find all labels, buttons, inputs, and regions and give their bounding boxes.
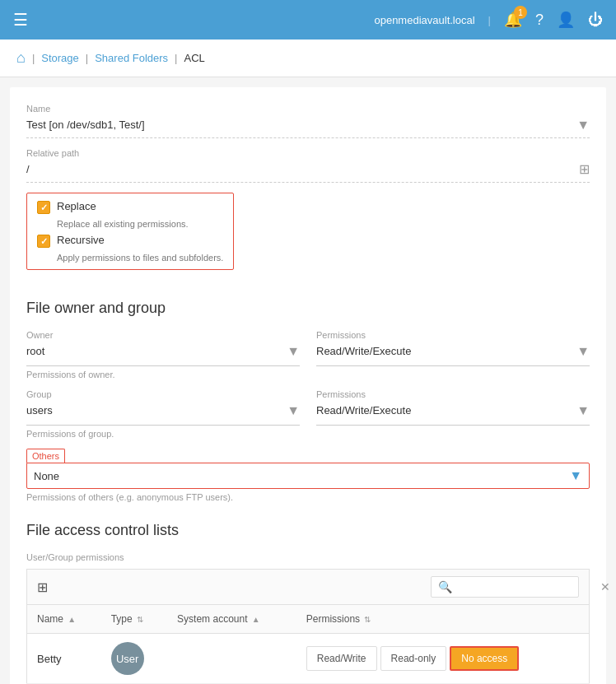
name-value: Test [on /dev/sdb1, Test/]	[26, 115, 576, 134]
others-dropdown-arrow[interactable]: ▼	[569, 468, 582, 483]
others-field-wrapper: Others None ▼ Permissions of others (e.g…	[26, 449, 590, 502]
name-dropdown-icon[interactable]: ▼	[576, 118, 590, 133]
header-left: ☰	[13, 10, 28, 30]
main-content: Name Test [on /dev/sdb1, Test/] ▼ Relati…	[10, 87, 606, 684]
recursive-checkbox[interactable]	[37, 235, 50, 248]
owner-col: Owner root ▼ Permissions of owner.	[26, 330, 300, 389]
acl-toolbar: ⊞ 🔍 ✕	[26, 569, 590, 604]
cell-type: User	[101, 634, 167, 684]
cell-name: Betty	[27, 634, 101, 684]
owner-dropdown: root ▼	[26, 342, 300, 366]
acl-user-group-label: User/Group permissions	[26, 552, 590, 562]
owner-permissions-label: Permissions	[316, 330, 590, 340]
col-permissions[interactable]: Permissions ⇅	[296, 605, 590, 634]
group-permissions-col: Permissions Read/Write/Execute ▼	[316, 389, 590, 449]
group-permissions-label: Permissions	[316, 389, 590, 399]
hostname-label: openmediavault.local	[374, 14, 474, 26]
file-owner-heading: File owner and group	[26, 300, 590, 317]
cell-permissions: Read/WriteRead-onlyNo access	[296, 634, 590, 684]
acl-table: Name ▲ Type ⇅ System account ▲ Permissio…	[26, 604, 590, 684]
others-value: None	[34, 470, 569, 482]
replace-desc: Replace all existing permissions.	[57, 219, 223, 229]
col-perm-sort: ⇅	[364, 615, 371, 624]
recursive-desc: Apply permissions to files and subfolder…	[57, 253, 223, 263]
breadcrumb-home[interactable]: ⌂	[16, 49, 26, 67]
others-dropdown: None ▼	[26, 463, 590, 489]
owner-permissions-arrow[interactable]: ▼	[576, 344, 590, 359]
col-name-sort: ▲	[68, 615, 76, 624]
checkbox-section: Replace Replace all existing permissions…	[26, 193, 234, 270]
owner-dropdown-arrow[interactable]: ▼	[287, 344, 300, 359]
perm-readwrite-btn[interactable]: Read/Write	[306, 646, 377, 671]
owner-permissions-dropdown: Read/Write/Execute ▼	[316, 342, 590, 366]
acl-columns-icon[interactable]: ⊞	[37, 579, 48, 595]
col-system-sort: ▲	[252, 615, 260, 624]
cell-system-account	[167, 634, 296, 684]
help-icon[interactable]: ?	[535, 12, 544, 29]
col-system-account[interactable]: System account ▲	[167, 605, 296, 634]
table-header-row: Name ▲ Type ⇅ System account ▲ Permissio…	[27, 605, 590, 634]
group-dropdown-arrow[interactable]: ▼	[287, 403, 300, 418]
name-label: Name	[26, 104, 590, 114]
user-icon[interactable]: 👤	[557, 11, 575, 29]
name-field-row: Test [on /dev/sdb1, Test/] ▼	[26, 115, 590, 138]
group-col: Group users ▼ Permissions of group.	[26, 389, 300, 449]
perm-readonly-btn[interactable]: Read-only	[380, 646, 447, 671]
group-permissions-value: Read/Write/Execute	[316, 401, 576, 420]
breadcrumb-shared-folders[interactable]: Shared Folders	[95, 52, 168, 64]
perm-noaccess-btn[interactable]: No access	[450, 646, 519, 671]
owner-permissions-value: Read/Write/Execute	[316, 342, 576, 361]
group-perm-note: Permissions of group.	[26, 429, 300, 439]
relative-path-field-row: / ⊞	[26, 160, 590, 183]
owner-value: root	[26, 342, 287, 361]
notification-icon[interactable]: 🔔 1	[504, 11, 522, 29]
col-type[interactable]: Type ⇅	[101, 605, 167, 634]
group-row: Group users ▼ Permissions of group. Perm…	[26, 389, 590, 449]
col-name[interactable]: Name ▲	[27, 605, 101, 634]
col-type-sort: ⇅	[137, 615, 143, 624]
breadcrumb-storage[interactable]: Storage	[41, 52, 79, 64]
recursive-checkbox-item: Recursive	[37, 234, 223, 248]
search-icon: 🔍	[438, 580, 452, 593]
others-note: Permissions of others (e.g. anonymous FT…	[26, 492, 590, 502]
acl-section: File access control lists User/Group per…	[26, 522, 590, 684]
search-clear-icon[interactable]: ✕	[600, 580, 610, 593]
replace-checkbox[interactable]	[37, 201, 50, 214]
group-permissions-dropdown: Read/Write/Execute ▼	[316, 401, 590, 426]
replace-label: Replace	[57, 200, 96, 212]
name-field-group: Name Test [on /dev/sdb1, Test/] ▼	[26, 104, 590, 138]
group-value: users	[26, 401, 287, 420]
hamburger-icon[interactable]: ☰	[13, 10, 28, 30]
search-input[interactable]	[457, 581, 595, 593]
relative-path-value: /	[26, 160, 579, 179]
owner-perm-note: Permissions of owner.	[26, 370, 300, 379]
file-owner-section: File owner and group Owner root ▼ Permis…	[26, 300, 590, 502]
header: ☰ openmediavault.local | 🔔 1 ? 👤 ⏻	[0, 0, 616, 40]
group-dropdown: users ▼	[26, 401, 300, 426]
group-label: Group	[26, 389, 300, 399]
owner-permissions-col: Permissions Read/Write/Execute ▼	[316, 330, 590, 389]
header-right: openmediavault.local | 🔔 1 ? 👤 ⏻	[374, 11, 603, 29]
acl-toolbar-left: ⊞	[37, 579, 48, 595]
notification-badge: 1	[514, 6, 527, 19]
relative-path-icon[interactable]: ⊞	[579, 161, 590, 177]
acl-heading: File access control lists	[26, 522, 590, 539]
replace-checkbox-item: Replace	[37, 200, 223, 214]
owner-label: Owner	[26, 330, 300, 340]
breadcrumb: ⌂ | Storage | Shared Folders | ACL	[0, 40, 616, 77]
power-icon[interactable]: ⏻	[588, 12, 603, 29]
relative-path-field-group: Relative path / ⊞	[26, 148, 590, 183]
acl-search-box: 🔍 ✕	[431, 576, 579, 598]
relative-path-label: Relative path	[26, 148, 590, 158]
others-label: Others	[26, 449, 65, 463]
breadcrumb-acl: ACL	[184, 52, 204, 64]
recursive-label: Recursive	[57, 234, 105, 246]
group-permissions-arrow[interactable]: ▼	[576, 403, 590, 418]
owner-row: Owner root ▼ Permissions of owner. Permi…	[26, 330, 590, 389]
perm-buttons: Read/WriteRead-onlyNo access	[306, 646, 579, 671]
table-row: BettyUserRead/WriteRead-onlyNo access	[27, 634, 590, 684]
user-type-badge: User	[111, 642, 144, 675]
